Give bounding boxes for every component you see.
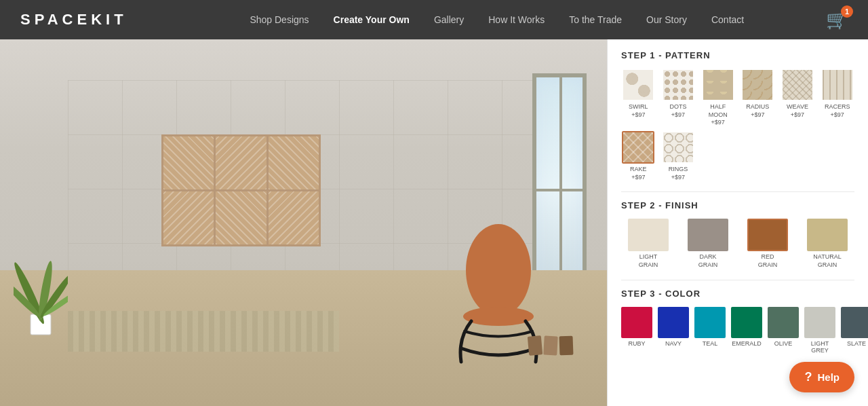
pattern-swirl-thumb [622,69,654,101]
color-olive[interactable]: OLIVE [768,307,799,354]
nav-our-story[interactable]: Our Story [646,14,687,25]
plant-svg [14,229,68,338]
pattern-dots-price: +$97 [671,111,685,118]
nav-contact[interactable]: Contact [711,14,744,25]
color-teal-label: TEAL [703,340,718,347]
step2-title: STEP 2 - FINISH [621,200,854,210]
nav: Shop Designs Create Your Own Gallery How… [168,14,826,25]
step1-title: STEP 1 - PATTERN [621,50,854,60]
pattern-swirl[interactable]: SWIRL +$97 [621,69,656,126]
pattern-halfmoon-thumb [702,69,734,101]
finish-red-grain-label: REDGRAIN [758,253,778,269]
finish-red-grain[interactable]: REDGRAIN [741,219,795,269]
color-light-grey[interactable]: LIGHT GREY [804,307,835,354]
pattern-weave-label: WEAVE [787,103,808,111]
tile-panel [161,134,321,246]
pattern-swirl-price: +$97 [631,111,645,118]
nav-gallery[interactable]: Gallery [434,14,464,25]
help-label: Help [817,371,840,383]
pattern-weave[interactable]: WEAVE +$97 [781,69,815,126]
window-divider-vertical [559,77,562,300]
pattern-racers-label: RACERS [825,103,850,111]
pattern-rings-price: +$97 [671,174,685,181]
pattern-rake[interactable]: RAKE +$97 [621,131,656,181]
finish-red-grain-thumb [747,219,788,251]
finish-light-grain[interactable]: LIGHTGRAIN [621,219,675,269]
color-emerald[interactable]: EMERALD [731,307,762,354]
pattern-radius-preview [743,70,772,100]
help-button[interactable]: ? Help [789,362,854,392]
logo: SPACEKIT [20,11,127,29]
color-navy-label: NAVY [665,340,682,347]
cart-badge: 1 [841,5,853,18]
pattern-dots-label: DOTS [669,103,686,111]
finish-grid: LIGHTGRAIN DARKGRAIN REDGRAIN NATURALGRA… [621,219,854,269]
pattern-radius-price: +$97 [751,111,764,118]
finish-light-grain-thumb [628,219,669,251]
book [528,335,542,356]
color-navy[interactable]: NAVY [658,307,689,354]
pattern-rings-label: RINGS [669,166,688,174]
nav-to-the-trade[interactable]: To the Trade [569,14,622,25]
finish-natural-grain-label: NATURALGRAIN [813,253,841,269]
finish-natural-grain[interactable]: NATURALGRAIN [800,219,854,269]
pattern-dots[interactable]: DOTS +$97 [661,69,696,126]
nav-create-your-own[interactable]: Create Your Own [334,14,410,25]
header: SPACEKIT Shop Designs Create Your Own Ga… [0,0,868,39]
finish-natural-grain-thumb [807,219,848,251]
pattern-racers-thumb [821,69,854,101]
tile-cell [269,191,319,244]
tile-cell [216,191,266,244]
help-icon: ? [804,370,812,384]
pattern-radius[interactable]: RADIUS +$97 [741,69,775,126]
color-slate-label: SLATE [847,340,866,347]
color-teal[interactable]: TEAL [694,307,726,354]
step3-title: STEP 3 - COLOR [621,289,854,299]
color-slate[interactable]: SLATE [841,307,868,354]
pattern-racers-preview [823,70,852,100]
book [559,336,574,356]
pattern-rings-thumb [662,131,694,164]
pattern-weave-price: +$97 [791,111,804,118]
books [528,336,573,355]
pattern-halfmoon-price: +$97 [711,119,725,126]
color-light-grey-label: LIGHT GREY [804,340,835,354]
chair [444,216,539,352]
pattern-rake-thumb [622,131,654,164]
config-panel: STEP 1 - PATTERN SWIRL +$97 DOTS +$97 [607,39,868,406]
pattern-rings[interactable]: RINGS +$97 [661,131,696,181]
color-light-grey-swatch [804,307,835,338]
finish-dark-grain[interactable]: DARKGRAIN [681,219,735,269]
pattern-rake-price: +$97 [631,174,645,181]
color-ruby[interactable]: RUBY [621,307,652,354]
main-layout: STEP 1 - PATTERN SWIRL +$97 DOTS +$97 [0,39,868,406]
finish-light-grain-label: LIGHTGRAIN [639,253,658,269]
floor-rug [68,311,339,352]
preview-area [0,39,607,406]
tile-cell [216,136,266,189]
nav-shop-designs[interactable]: Shop Designs [250,14,309,25]
pattern-racers[interactable]: RACERS +$97 [820,69,854,126]
pattern-rake-label: RAKE [630,166,647,174]
pattern-dots-thumb [662,69,694,101]
svg-point-6 [466,224,531,316]
cart-button[interactable]: 🛒 1 [826,10,848,31]
step-divider-1 [621,191,854,192]
pattern-swirl-preview [623,70,653,100]
nav-how-it-works[interactable]: How It Works [488,14,545,25]
pattern-dots-preview [663,70,693,100]
step-divider-2 [621,280,854,280]
pattern-swirl-label: SWIRL [629,103,648,111]
plant [14,229,68,338]
color-ruby-label: RUBY [628,340,645,347]
tile-cell [269,136,319,189]
color-grid: RUBY NAVY TEAL EMERALD OLIVE LIGHT GREY [621,307,854,354]
pattern-halfmoon[interactable]: HALF MOON +$97 [701,69,735,126]
book [543,335,557,355]
tile-cell [163,191,214,244]
svg-point-7 [463,307,534,326]
color-teal-swatch [694,307,726,338]
pattern-grid: SWIRL +$97 DOTS +$97 HALF MOON +$97 [621,69,854,181]
color-olive-swatch [768,307,799,338]
color-olive-label: OLIVE [774,340,793,347]
